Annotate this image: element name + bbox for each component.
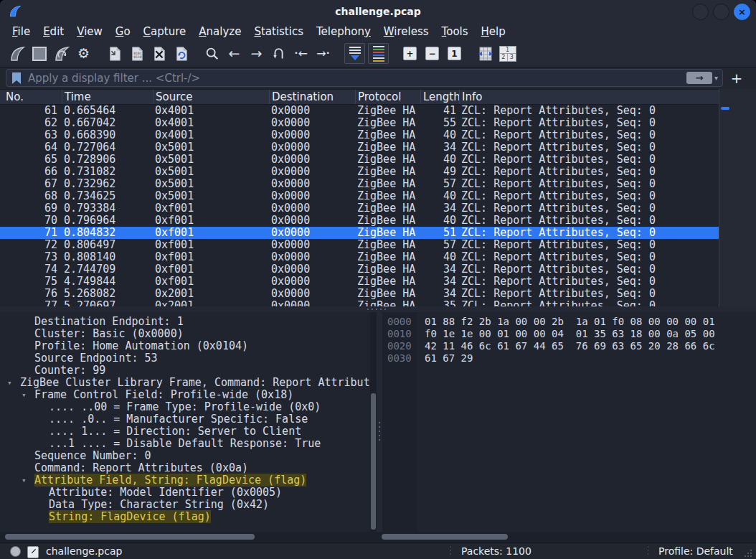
scrollbar-thumb[interactable] [371,393,376,530]
packet-list-vertical-scrollbar[interactable] [719,89,756,306]
detail-line[interactable]: Data Type: Character String (0x42) [0,499,370,511]
detail-line[interactable]: Cluster: Basic (0x0000) [0,328,370,340]
scrollbar-thumb[interactable] [382,534,508,540]
expander-icon[interactable]: ▾ [22,389,27,401]
detail-line[interactable]: Attribute: Model Identifier (0x0005) [0,487,370,499]
maximize-button[interactable] [713,4,729,20]
column-header-length[interactable]: Length [420,90,459,104]
detail-line[interactable]: .... 1... = Direction: Server to Client [0,426,370,438]
go-first-packet-icon[interactable]: •← [291,44,311,63]
packet-row-77[interactable]: 775.2706970x20010x0000ZigBee HA35ZCL: Re… [0,300,719,306]
resize-columns-icon[interactable] [476,44,495,63]
packet-row-69[interactable]: 690.7933840xf0010x0000ZigBee HA34ZCL: Re… [0,202,719,215]
horizontal-splitter[interactable] [0,306,756,312]
zoom-in-icon[interactable]: + [400,44,420,63]
menu-telephony[interactable]: Telephony [310,24,377,39]
hex-bytes[interactable]: 01 88 f2 2b 1a 00 00 2b 1a 01 f0 08 00 0… [425,316,715,328]
save-file-icon[interactable]: 01010110 [127,44,146,63]
column-header-destination[interactable]: Destination [269,90,355,104]
menu-file[interactable]: File [6,24,37,39]
scrollbar-thumb[interactable] [721,107,729,110]
detail-line[interactable]: ▾ZigBee Cluster Library Frame, Command: … [0,377,370,389]
start-capture-icon[interactable] [7,44,27,63]
packet-row-74[interactable]: 742.7447090xf0010x0000ZigBee HA34ZCL: Re… [0,263,719,276]
add-filter-button[interactable]: + [727,69,746,88]
detail-line[interactable]: ▾Frame Control Field: Profile-wide (0x18… [0,389,370,401]
column-header-protocol[interactable]: Protocol [355,90,420,104]
menu-tools[interactable]: Tools [435,24,475,39]
packet-row-63[interactable]: 630.6683900x40010x0000ZigBee HA40ZCL: Re… [0,129,719,141]
menu-analyze[interactable]: Analyze [192,24,247,39]
reload-file-icon[interactable] [171,44,191,63]
zoom-100-icon[interactable]: 1 [445,44,464,63]
close-file-icon[interactable] [149,44,169,63]
menu-edit[interactable]: Edit [37,24,70,39]
expert-info-icon[interactable] [10,546,21,557]
filter-dropdown-caret-icon[interactable]: ▾ [714,74,718,82]
stop-capture-icon[interactable] [29,44,49,63]
packet-row-61[interactable]: 610.6654640x40010x0000ZigBee HA41ZCL: Re… [0,105,719,117]
hex-bytes[interactable]: f0 1e 1e 00 01 00 00 04 01 35 63 18 00 0… [425,328,715,340]
minimize-button[interactable] [692,4,709,20]
packet-row-64[interactable]: 640.7270640x50010x0000ZigBee HA34ZCL: Re… [0,141,719,154]
packet-row-65[interactable]: 650.7289060x50010x0000ZigBee HA40ZCL: Re… [0,154,719,166]
detail-line[interactable]: Destination Endpoint: 1 [0,316,370,328]
go-forward-icon[interactable]: → [247,44,266,63]
filter-bookmark-icon[interactable] [6,72,27,84]
layout-icon[interactable]: 123 [498,44,517,63]
detail-horizontal-scrollbar[interactable] [0,532,380,542]
column-header-source[interactable]: Source [153,90,269,104]
column-header-time[interactable]: Time [62,90,153,104]
detail-line[interactable]: Sequence Number: 0 [0,450,370,462]
colorize-packets-icon[interactable] [368,43,389,64]
detail-line[interactable]: Source Endpoint: 53 [0,352,370,365]
go-to-packet-icon[interactable] [269,44,288,63]
resize-grip[interactable] [745,550,752,557]
status-profile[interactable]: Profile: Default [658,545,733,557]
hex-row[interactable]: 000001 88 f2 2b 1a 00 00 2b 1a 01 f0 08 … [382,316,756,328]
go-back-icon[interactable]: ← [225,44,244,63]
expander-icon[interactable]: ▾ [7,377,12,389]
detail-line[interactable]: ▾Attribute Field, String: FlagDevice (fl… [0,474,370,487]
capture-comment-icon[interactable] [27,546,39,558]
packet-row-71[interactable]: 710.8048320xf0010x0000ZigBee HA51ZCL: Re… [0,227,719,239]
packet-row-70[interactable]: 700.7969640xf0010x0000ZigBee HA40ZCL: Re… [0,215,719,227]
menu-help[interactable]: Help [475,24,512,39]
auto-scroll-icon[interactable] [344,43,365,64]
menu-capture[interactable]: Capture [137,24,193,39]
detail-line[interactable]: Counter: 99 [0,365,370,377]
packet-row-66[interactable]: 660.7310820x50010x0000ZigBee HA49ZCL: Re… [0,166,719,178]
apply-filter-icon[interactable]: → [686,72,712,84]
packet-row-72[interactable]: 720.8064970xf0010x0000ZigBee HA57ZCL: Re… [0,239,719,251]
detail-line[interactable]: .... ..00 = Frame Type: Profile-wide (0x… [0,401,370,413]
detail-line[interactable]: ...1 .... = Disable Default Response: Tr… [0,438,370,450]
detail-line[interactable]: String: FlagDevice (flag) [0,511,370,523]
hex-bytes[interactable]: 42 11 46 6c 61 67 44 65 76 69 63 65 20 2… [425,340,715,352]
menu-view[interactable]: View [70,24,109,39]
hex-bytes[interactable]: 61 67 29 [425,352,473,365]
zoom-out-icon[interactable]: − [422,44,442,63]
scrollbar-thumb[interactable] [5,534,255,540]
display-filter-input[interactable] [27,71,686,85]
packet-row-67[interactable]: 670.7329620x50010x0000ZigBee HA57ZCL: Re… [0,178,719,190]
packet-row-73[interactable]: 730.8081400xf0010x0000ZigBee HA40ZCL: Re… [0,251,719,263]
detail-line[interactable]: .... .0.. = Manufacturer Specific: False [0,413,370,426]
packet-row-76[interactable]: 765.2680820x20010x0000ZigBee HA34ZCL: Re… [0,288,719,300]
detail-line[interactable]: Profile: Home Automation (0x0104) [0,340,370,352]
capture-options-icon[interactable]: ⚙ [74,44,93,63]
column-header-no[interactable]: No. [0,90,62,104]
vertical-splitter[interactable] [377,312,382,532]
menu-statistics[interactable]: Statistics [247,24,310,39]
find-packet-icon[interactable] [202,44,222,63]
packet-row-62[interactable]: 620.6670420x40010x0000ZigBee HA55ZCL: Re… [0,117,719,129]
detail-vertical-scrollbar[interactable] [370,312,377,532]
expander-icon[interactable]: ▾ [22,474,27,487]
menu-go[interactable]: Go [109,24,137,39]
packet-row-75[interactable]: 754.7498440xf0010x0000ZigBee HA34ZCL: Re… [0,276,719,288]
menu-wireless[interactable]: Wireless [377,24,435,39]
open-file-icon[interactable] [105,44,124,63]
column-header-info[interactable]: Info [459,90,719,104]
go-last-packet-icon[interactable]: →• [313,44,333,63]
hex-row[interactable]: 0010f0 1e 1e 00 01 00 00 04 01 35 63 18 … [382,328,756,340]
bytes-horizontal-scrollbar[interactable] [380,532,756,542]
